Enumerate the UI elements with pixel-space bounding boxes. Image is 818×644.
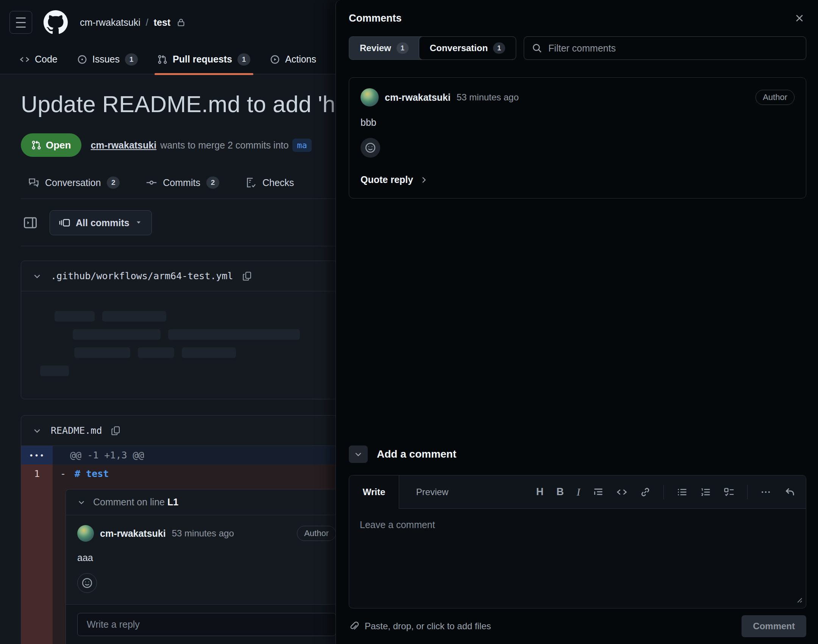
markdown-toolbar: H B I	[536, 475, 806, 508]
attach-files-label: Paste, drop, or click to add files	[365, 621, 491, 631]
resize-grip-icon[interactable]	[795, 595, 803, 605]
hamburger-menu-button[interactable]	[9, 11, 32, 34]
versions-icon	[59, 217, 70, 228]
tab-preview[interactable]: Preview	[399, 475, 465, 508]
merge-author-link[interactable]: cm-rwakatsuki	[91, 140, 156, 151]
nav-item-pull-requests[interactable]: Pull requests 1	[149, 45, 259, 74]
filter-comments-input[interactable]	[548, 43, 798, 54]
nav-item-label: Code	[35, 54, 58, 65]
copy-path-button[interactable]	[242, 271, 252, 281]
comment-timestamp[interactable]: 53 minutes ago	[172, 528, 234, 539]
pr-tab-label: Commits	[163, 177, 200, 188]
tab-review[interactable]: Review 1	[349, 37, 419, 59]
nav-item-issues[interactable]: Issues 1	[69, 45, 146, 74]
search-icon	[532, 43, 542, 53]
panel-controls: Review 1 Conversation 1	[349, 36, 806, 60]
close-panel-button[interactable]	[793, 11, 806, 25]
diff-code-text: # test	[75, 468, 109, 479]
italic-button[interactable]: I	[577, 486, 580, 498]
comment-body: bbb	[361, 117, 795, 128]
file-path[interactable]: README.md	[51, 425, 102, 436]
actions-play-icon	[270, 55, 280, 64]
panel-header: Comments	[349, 10, 806, 27]
copy-path-button[interactable]	[111, 426, 121, 436]
more-options-button[interactable]	[760, 487, 771, 497]
toolbar-divider	[663, 485, 664, 499]
tab-commits[interactable]: Commits 2	[146, 177, 219, 189]
breadcrumb-repo[interactable]: test	[154, 17, 170, 28]
editor-tab-strip: Write Preview H B I	[349, 475, 806, 509]
task-list-button[interactable]	[724, 487, 734, 497]
base-branch-label[interactable]: ma	[292, 139, 312, 152]
issues-count-badge: 1	[125, 53, 138, 66]
segment-label: Review	[360, 43, 391, 53]
hunk-header: @@ -1 +1,3 @@	[53, 446, 144, 464]
nav-item-label: Issues	[92, 54, 120, 65]
unordered-list-button[interactable]	[677, 487, 687, 497]
heading-button[interactable]: H	[536, 486, 544, 498]
comment-timestamp[interactable]: 53 minutes ago	[457, 92, 519, 103]
comment-editor: Write Preview H B I	[349, 475, 806, 608]
quote-reply-label: Quote reply	[361, 174, 413, 185]
tab-write[interactable]: Write	[349, 475, 399, 509]
saved-replies-button[interactable]	[784, 486, 795, 498]
add-comment-header: Add a comment	[349, 445, 806, 463]
git-commit-icon	[146, 177, 157, 188]
panel-title: Comments	[349, 13, 402, 24]
comment-author[interactable]: cm-rwakatsuki	[385, 92, 451, 103]
bold-button[interactable]: B	[556, 486, 564, 498]
copy-icon	[111, 426, 121, 436]
tab-conversation[interactable]: Conversation 2	[28, 177, 120, 189]
chevron-down-icon[interactable]	[77, 498, 86, 506]
link-icon	[640, 487, 651, 497]
pr-tab-label: Conversation	[45, 177, 101, 188]
pr-page: cm-rwakatsuki / test Code Issues 1	[0, 0, 818, 644]
quote-reply-button[interactable]: Quote reply	[361, 174, 795, 185]
diff-code: -# test	[53, 464, 109, 483]
segment-label: Conversation	[430, 43, 488, 53]
comment-discussion-icon	[28, 177, 39, 188]
smiley-icon	[365, 142, 376, 153]
copy-icon	[242, 271, 252, 281]
quote-icon	[593, 487, 604, 497]
comments-filter-segmented-control: Review 1 Conversation 1	[349, 36, 516, 60]
line-number[interactable]: 1	[21, 464, 53, 483]
nav-item-actions[interactable]: Actions	[262, 45, 325, 74]
github-logo-icon[interactable]	[44, 10, 68, 34]
quote-button[interactable]	[593, 487, 604, 497]
breadcrumb-owner[interactable]: cm-rwakatsuki	[80, 17, 140, 28]
review-count-badge: 1	[397, 42, 409, 54]
breadcrumb: cm-rwakatsuki / test	[80, 17, 186, 28]
all-commits-dropdown[interactable]: All commits	[50, 210, 152, 235]
issue-opened-icon	[77, 55, 87, 64]
chevron-down-icon[interactable]	[33, 272, 42, 281]
add-reaction-button[interactable]	[77, 573, 97, 593]
add-comment-heading: Add a comment	[377, 448, 456, 460]
comment-submit-button[interactable]: Comment	[742, 615, 806, 637]
avatar[interactable]	[77, 525, 94, 542]
comment-textarea[interactable]	[349, 509, 806, 608]
reply-input[interactable]	[77, 613, 336, 636]
comment-author[interactable]: cm-rwakatsuki	[100, 528, 166, 539]
inline-comment-title: Comment on line L1	[93, 497, 178, 508]
tab-checks[interactable]: Checks	[246, 177, 294, 188]
diff-gutter-strip	[21, 483, 53, 644]
chevron-down-icon[interactable]	[33, 426, 42, 435]
collapse-add-comment-button[interactable]	[349, 445, 368, 463]
triangle-down-icon	[135, 217, 142, 228]
author-badge: Author	[756, 90, 795, 105]
file-tree-toggle-button[interactable]	[21, 213, 40, 232]
nav-item-code[interactable]: Code	[11, 45, 66, 74]
code-button[interactable]	[617, 487, 627, 497]
chevron-down-icon	[354, 450, 363, 459]
ordered-list-button[interactable]	[700, 487, 711, 497]
add-reaction-button[interactable]	[361, 138, 380, 158]
tab-conversation-panel[interactable]: Conversation 1	[419, 36, 516, 60]
link-button[interactable]	[640, 487, 651, 497]
hunk-menu-icon[interactable]: •••	[21, 446, 53, 464]
avatar[interactable]	[361, 88, 379, 106]
file-path[interactable]: .github/workflows/arm64-test.yml	[51, 270, 233, 281]
close-icon	[794, 13, 805, 23]
attach-files-button[interactable]: Paste, drop, or click to add files	[349, 621, 491, 631]
smiley-icon	[81, 577, 93, 589]
